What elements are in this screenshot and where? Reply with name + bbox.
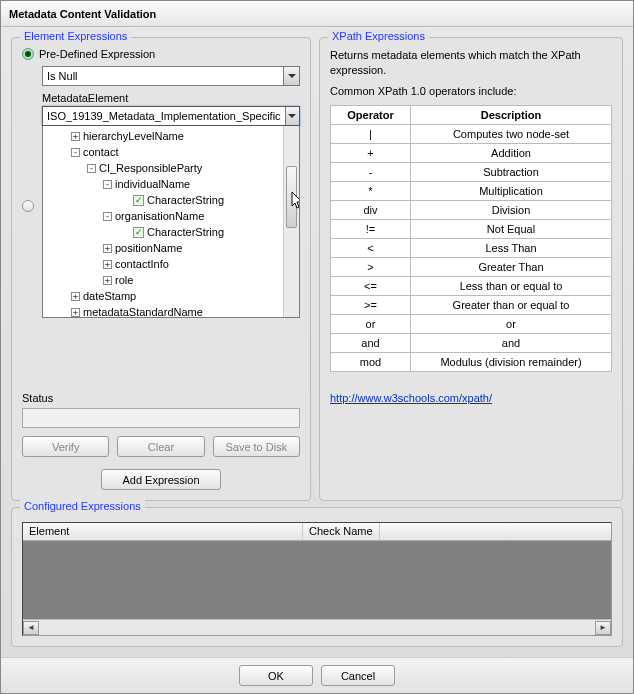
table-row: divDivision	[331, 200, 612, 219]
predefined-radio-row[interactable]: Pre-Defined Expression	[22, 48, 300, 60]
dialog-window: Metadata Content Validation Element Expr…	[0, 0, 634, 694]
col-check-name[interactable]: Check Name	[303, 523, 380, 540]
tree-item[interactable]: CharacterString	[147, 226, 224, 238]
operators-table: Operator Description |Computes two node-…	[330, 105, 612, 372]
custom-radio-row[interactable]	[22, 200, 34, 212]
table-row: <=Less than or equal to	[331, 276, 612, 295]
xpath-expressions-legend: XPath Expressions	[328, 30, 429, 42]
operator-cell: >=	[331, 295, 411, 314]
operator-cell: or	[331, 314, 411, 333]
minus-icon[interactable]: -	[87, 164, 96, 173]
metadata-tree-wrap: ISO_19139_Metadata_Implementation_Specif…	[42, 106, 300, 318]
tree-item[interactable]: CharacterString	[147, 194, 224, 206]
radio-predefined-label: Pre-Defined Expression	[39, 48, 155, 60]
col-element[interactable]: Element	[23, 523, 303, 540]
operator-cell: +	[331, 143, 411, 162]
operator-cell: <	[331, 238, 411, 257]
xpath-description: Returns metadata elements which match th…	[330, 48, 612, 78]
operator-cell: |	[331, 124, 411, 143]
table-row: andand	[331, 333, 612, 352]
description-cell: Division	[411, 200, 612, 219]
table-row: >=Greater than or equal to	[331, 295, 612, 314]
content-area: Element Expressions Pre-Defined Expressi…	[1, 27, 633, 657]
plus-icon[interactable]: +	[103, 244, 112, 253]
configured-expressions-panel: Configured Expressions Element Check Nam…	[11, 507, 623, 647]
col-operator: Operator	[331, 105, 411, 124]
tree-item[interactable]: positionName	[115, 242, 182, 254]
description-cell: Greater Than	[411, 257, 612, 276]
scroll-left-icon[interactable]: ◄	[23, 621, 39, 635]
description-cell: and	[411, 333, 612, 352]
operator-cell: !=	[331, 219, 411, 238]
tree-item[interactable]: dateStamp	[83, 290, 136, 302]
predefined-combo[interactable]: Is Null	[42, 66, 300, 86]
table-row: !=Not Equal	[331, 219, 612, 238]
xpath-expressions-panel: XPath Expressions Returns metadata eleme…	[319, 37, 623, 501]
top-row: Element Expressions Pre-Defined Expressi…	[11, 37, 623, 501]
plus-icon[interactable]: +	[71, 132, 80, 141]
checkbox-checked-icon[interactable]: ✓	[133, 195, 144, 206]
table-row: <Less Than	[331, 238, 612, 257]
plus-icon[interactable]: +	[103, 260, 112, 269]
operator-cell: -	[331, 162, 411, 181]
scroll-right-icon[interactable]: ►	[595, 621, 611, 635]
w3schools-link[interactable]: http://www.w3schools.com/xpath/	[330, 392, 612, 404]
col-description: Description	[411, 105, 612, 124]
configured-header: Element Check Name	[23, 523, 611, 541]
minus-icon[interactable]: -	[71, 148, 80, 157]
status-label: Status	[22, 392, 300, 404]
description-cell: Less than or equal to	[411, 276, 612, 295]
tree-item[interactable]: hierarchyLevelName	[83, 130, 184, 142]
operator-cell: *	[331, 181, 411, 200]
element-expressions-legend: Element Expressions	[20, 30, 131, 42]
tree-item[interactable]: contactInfo	[115, 258, 169, 270]
tree-item[interactable]: organisationName	[115, 210, 204, 222]
checkbox-checked-icon[interactable]: ✓	[133, 227, 144, 238]
tree-item[interactable]: metadataStandardName	[83, 306, 203, 318]
minus-icon[interactable]: -	[103, 212, 112, 221]
tree-item[interactable]: individualName	[115, 178, 190, 190]
add-expression-button[interactable]: Add Expression	[101, 469, 221, 490]
operator-cell: <=	[331, 276, 411, 295]
clear-button[interactable]: Clear	[117, 436, 204, 457]
plus-icon[interactable]: +	[71, 292, 80, 301]
table-row: -Subtraction	[331, 162, 612, 181]
cancel-button[interactable]: Cancel	[321, 665, 395, 686]
chevron-down-icon[interactable]	[285, 107, 299, 125]
configured-list[interactable]: Element Check Name ◄ ►	[22, 522, 612, 636]
tree-scrollbar[interactable]	[283, 126, 299, 317]
table-row: *Multiplication	[331, 181, 612, 200]
save-to-disk-button[interactable]: Save to Disk	[213, 436, 300, 457]
metadata-tree[interactable]: +hierarchyLevelName -contact -CI_Respons…	[42, 126, 300, 318]
description-cell: Less Than	[411, 238, 612, 257]
element-expressions-panel: Element Expressions Pre-Defined Expressi…	[11, 37, 311, 501]
title-bar: Metadata Content Validation	[1, 1, 633, 27]
operator-cell: mod	[331, 352, 411, 371]
table-row: modModulus (division remainder)	[331, 352, 612, 371]
minus-icon[interactable]: -	[103, 180, 112, 189]
tree-item[interactable]: contact	[83, 146, 118, 158]
description-cell: Subtraction	[411, 162, 612, 181]
ok-button[interactable]: OK	[239, 665, 313, 686]
scrollbar-thumb[interactable]	[286, 166, 297, 228]
chevron-down-icon[interactable]	[283, 67, 299, 85]
tree-item[interactable]: CI_ResponsibleParty	[99, 162, 202, 174]
tree-item[interactable]: role	[115, 274, 133, 286]
metadata-combo-value: ISO_19139_Metadata_Implementation_Specif…	[43, 110, 285, 122]
predefined-combo-value: Is Null	[43, 70, 283, 82]
radio-custom-icon[interactable]	[22, 200, 34, 212]
plus-icon[interactable]: +	[103, 276, 112, 285]
operators-tbody: |Computes two node-set+Addition-Subtract…	[331, 124, 612, 371]
horizontal-scrollbar[interactable]: ◄ ►	[23, 619, 611, 635]
description-cell: Addition	[411, 143, 612, 162]
description-cell: Modulus (division remainder)	[411, 352, 612, 371]
table-row: oror	[331, 314, 612, 333]
xpath-common-label: Common XPath 1.0 operators include:	[330, 84, 612, 99]
description-cell: or	[411, 314, 612, 333]
table-row: >Greater Than	[331, 257, 612, 276]
description-cell: Multiplication	[411, 181, 612, 200]
radio-predefined-icon[interactable]	[22, 48, 34, 60]
plus-icon[interactable]: +	[71, 308, 80, 317]
verify-button[interactable]: Verify	[22, 436, 109, 457]
operator-cell: div	[331, 200, 411, 219]
